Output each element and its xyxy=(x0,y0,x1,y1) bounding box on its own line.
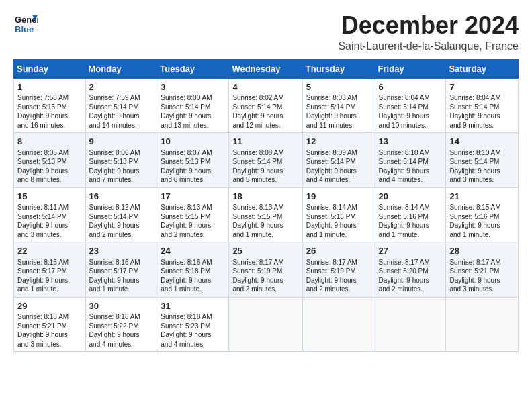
day-info-line: Daylight: 9 hours xyxy=(17,276,82,285)
day-number: 6 xyxy=(379,81,443,93)
day-info-line: Daylight: 9 hours xyxy=(306,276,371,285)
day-info-line: Sunset: 5:14 PM xyxy=(306,103,371,112)
day-info-line: Daylight: 9 hours xyxy=(379,221,443,230)
calendar-cell: 21Sunrise: 8:15 AMSunset: 5:16 PMDayligh… xyxy=(446,187,519,242)
day-info-line: Sunset: 5:16 PM xyxy=(306,212,371,222)
calendar-cell xyxy=(302,297,375,352)
weekday-header-friday: Friday xyxy=(375,59,446,78)
day-number: 12 xyxy=(306,136,371,148)
day-info-line: Sunrise: 8:12 AM xyxy=(89,203,154,212)
day-info-line: Daylight: 9 hours xyxy=(17,221,82,230)
day-info-line: and 8 minutes. xyxy=(17,175,82,185)
day-info-line: and 2 minutes. xyxy=(306,285,371,294)
day-info-line: Sunrise: 8:16 AM xyxy=(161,258,225,267)
calendar-cell: 25Sunrise: 8:17 AMSunset: 5:19 PMDayligh… xyxy=(229,242,302,298)
day-info-line: Daylight: 9 hours xyxy=(232,276,298,285)
location-subtitle: Saint-Laurent-de-la-Salanque, France xyxy=(338,40,519,52)
day-info-line: Sunset: 5:14 PM xyxy=(449,157,515,167)
day-number: 14 xyxy=(449,136,515,148)
day-number: 29 xyxy=(17,300,82,312)
title-block: December 2024 Saint-Laurent-de-la-Salanq… xyxy=(338,12,519,52)
calendar-cell: 6Sunrise: 8:04 AMSunset: 5:14 PMDaylight… xyxy=(375,78,446,133)
day-number: 4 xyxy=(232,81,298,93)
day-number: 11 xyxy=(232,136,298,148)
day-info-line: Sunrise: 8:18 AM xyxy=(161,312,225,322)
weekday-header-thursday: Thursday xyxy=(302,59,375,78)
day-info-line: Sunrise: 8:14 AM xyxy=(306,203,371,212)
day-number: 13 xyxy=(379,136,443,148)
day-info-line: Sunrise: 8:10 AM xyxy=(379,148,443,158)
svg-text:Blue: Blue xyxy=(15,24,34,34)
day-info-line: and 1 minute. xyxy=(379,230,443,240)
day-number: 20 xyxy=(379,191,443,203)
day-info-line: Sunrise: 8:04 AM xyxy=(449,93,515,103)
calendar-cell: 20Sunrise: 8:14 AMSunset: 5:16 PMDayligh… xyxy=(375,187,446,242)
day-info-line: and 4 minutes. xyxy=(306,175,371,185)
calendar-cell: 13Sunrise: 8:10 AMSunset: 5:14 PMDayligh… xyxy=(375,133,446,188)
day-info-line: and 1 minute. xyxy=(306,230,371,240)
day-info-line: and 1 minute. xyxy=(161,285,225,294)
calendar-cell xyxy=(446,297,519,352)
day-number: 15 xyxy=(17,191,82,203)
day-info-line: Sunset: 5:14 PM xyxy=(89,212,154,222)
day-info-line: Daylight: 9 hours xyxy=(89,111,154,121)
calendar-cell: 5Sunrise: 8:03 AMSunset: 5:14 PMDaylight… xyxy=(302,78,375,133)
day-number: 9 xyxy=(89,136,154,148)
day-info-line: Sunset: 5:14 PM xyxy=(232,103,298,112)
day-info-line: Sunrise: 8:03 AM xyxy=(306,93,371,103)
day-info-line: Daylight: 9 hours xyxy=(17,330,82,340)
weekday-header-saturday: Saturday xyxy=(446,59,519,78)
day-number: 22 xyxy=(17,245,82,257)
day-info-line: Sunset: 5:17 PM xyxy=(17,267,82,276)
calendar-cell: 2Sunrise: 7:59 AMSunset: 5:14 PMDaylight… xyxy=(85,78,157,133)
day-info-line: Daylight: 9 hours xyxy=(161,330,225,340)
calendar-cell: 24Sunrise: 8:16 AMSunset: 5:18 PMDayligh… xyxy=(157,242,229,298)
day-info-line: Sunset: 5:16 PM xyxy=(449,212,515,222)
day-info-line: Sunrise: 8:14 AM xyxy=(379,203,443,212)
calendar-cell: 26Sunrise: 8:17 AMSunset: 5:19 PMDayligh… xyxy=(302,242,375,298)
day-info-line: Daylight: 9 hours xyxy=(449,276,515,285)
day-info-line: Sunrise: 8:06 AM xyxy=(89,148,154,158)
calendar-cell: 7Sunrise: 8:04 AMSunset: 5:14 PMDaylight… xyxy=(446,78,519,133)
day-info-line: Daylight: 9 hours xyxy=(89,221,154,230)
day-number: 30 xyxy=(89,300,154,312)
day-number: 5 xyxy=(306,81,371,93)
day-info-line: Daylight: 9 hours xyxy=(17,167,82,176)
calendar-cell: 12Sunrise: 8:09 AMSunset: 5:14 PMDayligh… xyxy=(302,133,375,188)
day-info-line: and 1 minute. xyxy=(232,230,298,240)
calendar-cell: 27Sunrise: 8:17 AMSunset: 5:20 PMDayligh… xyxy=(375,242,446,298)
day-info-line: Sunrise: 8:11 AM xyxy=(17,203,82,212)
day-info-line: Daylight: 9 hours xyxy=(449,167,515,176)
day-info-line: Sunrise: 8:00 AM xyxy=(161,93,225,103)
day-info-line: Sunset: 5:23 PM xyxy=(161,322,225,331)
day-info-line: Sunset: 5:14 PM xyxy=(306,157,371,167)
day-info-line: and 3 minutes. xyxy=(17,340,82,349)
day-info-line: Daylight: 9 hours xyxy=(449,111,515,121)
day-info-line: Sunset: 5:15 PM xyxy=(232,212,298,222)
day-info-line: Sunset: 5:14 PM xyxy=(379,157,443,167)
day-info-line: and 1 minute. xyxy=(17,285,82,294)
month-title: December 2024 xyxy=(338,12,519,39)
calendar-cell xyxy=(229,297,302,352)
day-info-line: and 12 minutes. xyxy=(232,121,298,130)
day-info-line: and 3 minutes. xyxy=(17,230,82,240)
day-info-line: Sunset: 5:14 PM xyxy=(17,212,82,222)
calendar-cell: 28Sunrise: 8:17 AMSunset: 5:21 PMDayligh… xyxy=(446,242,519,298)
day-info-line: and 6 minutes. xyxy=(161,175,225,185)
day-info-line: Sunset: 5:22 PM xyxy=(89,322,154,331)
day-info-line: Sunset: 5:15 PM xyxy=(17,103,82,112)
day-info-line: Sunrise: 8:16 AM xyxy=(89,258,154,267)
day-info-line: and 14 minutes. xyxy=(89,121,154,130)
calendar-cell: 4Sunrise: 8:02 AMSunset: 5:14 PMDaylight… xyxy=(229,78,302,133)
day-info-line: Daylight: 9 hours xyxy=(306,221,371,230)
day-info-line: Sunset: 5:19 PM xyxy=(232,267,298,276)
day-number: 27 xyxy=(379,245,443,257)
day-info-line: Sunrise: 8:04 AM xyxy=(379,93,443,103)
day-info-line: and 13 minutes. xyxy=(161,121,225,130)
day-info-line: and 16 minutes. xyxy=(17,121,82,130)
day-number: 25 xyxy=(232,245,298,257)
day-number: 24 xyxy=(161,245,225,257)
calendar-cell xyxy=(375,297,446,352)
day-number: 19 xyxy=(306,191,371,203)
day-info-line: Daylight: 9 hours xyxy=(161,111,225,121)
